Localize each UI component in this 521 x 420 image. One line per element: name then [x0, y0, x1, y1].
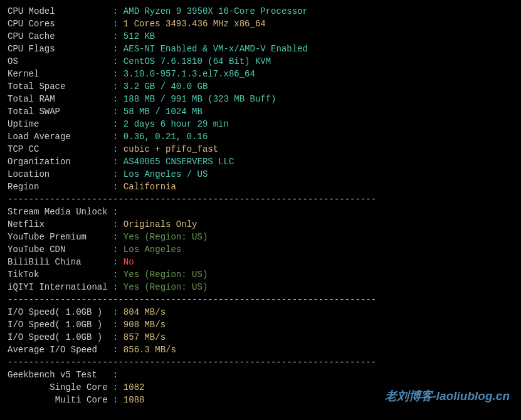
label-multi-core: Multi Core: [8, 395, 113, 405]
row-tiktok: TikTok : Yes (Region: US): [8, 268, 513, 281]
row-os: OS : CentOS 7.6.1810 (64 Bit) KVM: [8, 55, 513, 68]
row-total-swap: Total SWAP : 58 MB / 1024 MB: [8, 105, 513, 118]
row-cpu-cache: CPU Cache : 512 KB: [8, 30, 513, 43]
label-youtube-premium: YouTube Premium: [8, 232, 113, 242]
row-organization: Organization : AS40065 CNSERVERS LLC: [8, 155, 513, 168]
value-os: CentOS 7.6.1810 (64 Bit) KVM: [124, 56, 271, 66]
row-region: Region : California: [8, 181, 513, 193]
label-io-speed-3: I/O Speed( 1.0GB ): [8, 332, 113, 342]
label-netflix: Netflix: [8, 219, 113, 229]
label-bilibili-china: BiliBili China: [8, 257, 113, 267]
row-stream-media-unlock: Stream Media Unlock :: [8, 206, 513, 218]
value-iqiyi-intl: Yes (Region: US): [124, 282, 208, 292]
label-total-ram: Total RAM: [8, 94, 113, 104]
value-location: Los Angeles / US: [124, 169, 208, 179]
value-tiktok: Yes (Region: US): [124, 270, 208, 280]
value-total-swap: 58 MB / 1024 MB: [124, 107, 203, 117]
row-bilibili-china: BiliBili China : No: [8, 256, 513, 268]
label-geekbench: Geekbench v5 Test: [8, 370, 113, 380]
label-cpu-flags: CPU Flags: [8, 44, 113, 54]
label-stream-media-unlock: Stream Media Unlock: [8, 207, 113, 217]
label-single-core: Single Core: [8, 382, 113, 392]
label-uptime: Uptime: [8, 119, 113, 129]
row-total-ram: Total RAM : 188 MB / 991 MB (323 MB Buff…: [8, 93, 513, 105]
row-total-space: Total Space : 3.2 GB / 40.0 GB: [8, 80, 513, 93]
row-cpu-cores: CPU Cores : 1 Cores 3493.436 MHz x86_64: [8, 18, 513, 30]
row-io-speed-3: I/O Speed( 1.0GB ) : 857 MB/s: [8, 331, 513, 344]
divider-2: ----------------------------------------…: [8, 293, 513, 306]
label-total-space: Total Space: [8, 81, 113, 92]
label-cpu-cache: CPU Cache: [8, 31, 113, 41]
value-cpu-model: AMD Ryzen 9 3950X 16-Core Processor: [124, 6, 308, 16]
value-youtube-cdn: Los Angeles: [124, 244, 181, 255]
row-cpu-model: CPU Model : AMD Ryzen 9 3950X 16-Core Pr…: [8, 5, 513, 18]
row-location: Location : Los Angeles / US: [8, 168, 513, 181]
label-io-speed-1: I/O Speed( 1.0GB ): [8, 307, 113, 317]
label-tcp-cc: TCP CC: [8, 144, 113, 154]
row-youtube-cdn: YouTube CDN : Los Angeles: [8, 243, 513, 256]
row-load-average: Load Average : 0.36, 0.21, 0.16: [8, 130, 513, 143]
value-cpu-flags: AES-NI Enabled & VM-x/AMD-V Enabled: [124, 44, 308, 54]
row-netflix: Netflix : Originals Only: [8, 218, 513, 231]
value-load-average: 0.36, 0.21, 0.16: [124, 132, 208, 142]
value-cpu-cores: 1 Cores 3493.436 MHz x86_64: [124, 19, 266, 29]
label-tiktok: TikTok: [8, 270, 113, 280]
label-cpu-cores: CPU Cores: [8, 19, 113, 29]
row-uptime: Uptime : 2 days 6 hour 29 min: [8, 118, 513, 130]
label-organization: Organization: [8, 157, 113, 167]
label-region: Region: [8, 182, 113, 192]
value-io-speed-2: 908 MB/s: [124, 320, 166, 330]
value-bilibili-china: No: [124, 257, 134, 267]
value-uptime: 2 days 6 hour 29 min: [124, 119, 229, 129]
value-single-core: 1082: [124, 382, 145, 392]
row-kernel: Kernel : 3.10.0-957.1.3.el7.x86_64: [8, 68, 513, 80]
label-location: Location: [8, 169, 113, 179]
value-total-space: 3.2 GB / 40.0 GB: [124, 81, 208, 92]
value-region: California: [124, 182, 176, 192]
label-cpu-model: CPU Model: [8, 6, 113, 16]
row-single-core: Single Core : 1082: [8, 381, 513, 394]
row-cpu-flags: CPU Flags : AES-NI Enabled & VM-x/AMD-V …: [8, 43, 513, 55]
row-youtube-premium: YouTube Premium : Yes (Region: US): [8, 231, 513, 243]
value-avg-io-speed: 856.3 MB/s: [124, 345, 176, 355]
value-kernel: 3.10.0-957.1.3.el7.x86_64: [124, 69, 255, 79]
value-multi-core: 1088: [124, 395, 145, 405]
value-cpu-cache: 512 KB: [124, 31, 155, 41]
value-netflix: Originals Only: [124, 219, 197, 229]
divider-1: ----------------------------------------…: [8, 193, 513, 206]
label-io-speed-2: I/O Speed( 1.0GB ): [8, 320, 113, 330]
label-load-average: Load Average: [8, 132, 113, 142]
row-iqiyi-intl: iQIYI International : Yes (Region: US): [8, 281, 513, 293]
label-os: OS: [8, 56, 113, 66]
value-total-ram: 188 MB / 991 MB (323 MB Buff): [124, 94, 276, 104]
divider-3: ----------------------------------------…: [8, 356, 513, 369]
row-avg-io-speed: Average I/O Speed : 856.3 MB/s: [8, 344, 513, 356]
row-geekbench: Geekbench v5 Test :: [8, 369, 513, 381]
value-tcp-cc: cubic + pfifo_fast: [124, 144, 218, 154]
row-io-speed-1: I/O Speed( 1.0GB ) : 804 MB/s: [8, 306, 513, 318]
value-youtube-premium: Yes (Region: US): [124, 232, 208, 242]
value-io-speed-1: 804 MB/s: [124, 307, 166, 317]
value-organization: AS40065 CNSERVERS LLC: [124, 157, 234, 167]
row-tcp-cc: TCP CC : cubic + pfifo_fast: [8, 143, 513, 155]
row-multi-core: Multi Core : 1088: [8, 394, 513, 406]
label-avg-io-speed: Average I/O Speed: [8, 345, 113, 355]
label-youtube-cdn: YouTube CDN: [8, 244, 113, 255]
label-kernel: Kernel: [8, 69, 113, 79]
row-io-speed-2: I/O Speed( 1.0GB ) : 908 MB/s: [8, 318, 513, 331]
label-total-swap: Total SWAP: [8, 107, 113, 117]
value-io-speed-3: 857 MB/s: [124, 332, 166, 342]
label-iqiyi-intl: iQIYI International: [8, 282, 113, 292]
